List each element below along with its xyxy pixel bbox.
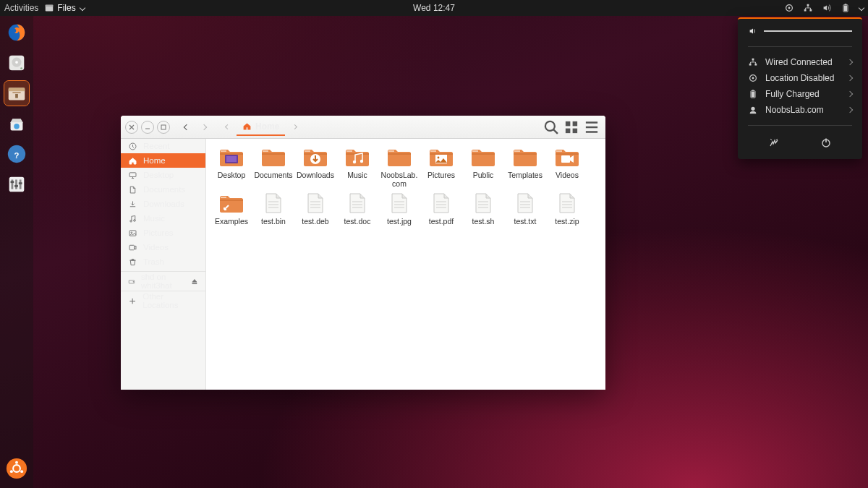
doc-icon [128,185,137,194]
show-applications-button[interactable] [4,456,29,481]
eject-icon[interactable] [191,277,198,286]
power-button[interactable] [818,134,834,150]
svg-point-47 [545,121,555,130]
file-label: Videos [556,171,579,179]
file-label: Documents [254,171,292,179]
file-icon [427,191,456,215]
sidebar-item-trash[interactable]: Trash [121,254,205,269]
chevron-right-icon [847,59,853,65]
folder-icon [469,145,498,169]
svg-rect-6 [809,9,812,12]
file-item[interactable]: Pictures [420,145,462,188]
sidebar-item-home[interactable]: Home [121,153,205,168]
sidebar-item-pictures[interactable]: Pictures [121,226,205,240]
dock-files[interactable] [4,81,29,106]
volume-slider[interactable] [764,30,852,32]
file-item[interactable]: test.jpg [378,191,420,226]
file-icon [301,191,330,215]
separator [121,291,205,291]
search-button[interactable] [542,119,561,136]
drive-icon [128,277,135,286]
path-home-button[interactable]: Home [237,119,285,136]
sidebar-item-label: Videos [143,243,169,252]
dock-firefox[interactable] [4,20,29,45]
file-label: test.sh [472,217,495,226]
svg-rect-82 [556,150,562,152]
file-item[interactable]: Videos [546,145,588,188]
user-icon [748,105,758,115]
dock-disks[interactable] [4,51,29,75]
minimize-button[interactable] [141,121,154,134]
folder-icon [553,145,582,169]
sidebar-item-music[interactable]: Music [121,211,205,226]
back-button[interactable] [179,119,195,136]
file-item[interactable]: Music [336,145,378,188]
file-label: test.bin [261,217,286,226]
file-item[interactable]: Examples [210,191,252,226]
folder-icon [343,145,372,169]
sidebar-item-label: Downloads [143,200,184,208]
system-menu-label: Wired Connected [765,57,841,67]
svg-rect-81 [514,150,520,152]
file-icon [553,191,582,215]
maximize-button[interactable] [157,121,170,134]
folder-icon [217,145,246,169]
path-prev-button[interactable] [219,119,235,136]
dock-help[interactable]: ? [4,142,29,166]
file-item[interactable]: Public [462,145,504,188]
svg-point-42 [751,107,754,111]
sidebar-item-label: Home [143,156,166,165]
file-item[interactable]: NoobsLab.com [378,145,420,188]
volume-slider-row [738,26,862,39]
volume-icon [822,3,832,13]
sidebar-item-videos[interactable]: Videos [121,240,205,254]
system-menu-location[interactable]: Location Disabled [738,70,862,86]
file-item[interactable]: test.zip [546,191,588,226]
files-content[interactable]: DesktopDocumentsDownloadsMusicNoobsLab.c… [206,139,605,390]
file-label: Public [473,171,494,179]
system-menu-battery[interactable]: Fully Charged [738,86,862,102]
svg-point-3 [788,7,791,9]
svg-point-79 [438,157,440,159]
folder-icon [301,145,330,169]
dock-software[interactable] [4,111,29,136]
file-item[interactable]: test.bin [252,191,294,226]
clock[interactable]: Wed 12:47 [413,3,455,13]
file-item[interactable]: test.txt [504,191,546,226]
dock-tweaks[interactable] [4,172,29,197]
svg-line-48 [553,129,558,134]
file-item[interactable]: test.sh [462,191,504,226]
file-label: test.deb [302,217,328,226]
sidebar-item-desktop[interactable]: Desktop [121,168,205,182]
file-item[interactable]: test.deb [294,191,336,226]
sidebar-item-downloads[interactable]: Downloads [121,197,205,211]
system-menu-label: Fully Charged [765,89,841,99]
sidebar-other-locations[interactable]: Other Locations [121,294,205,308]
app-menu[interactable]: Files [44,3,84,13]
file-item[interactable]: test.pdf [420,191,462,226]
plus-icon [128,296,137,306]
sidebar-item-documents[interactable]: Documents [121,182,205,197]
file-item[interactable]: Templates [504,145,546,188]
svg-rect-80 [472,150,478,152]
forward-button[interactable] [196,119,212,136]
svg-rect-5 [804,9,807,12]
system-menu-network[interactable]: Wired Connected [738,54,862,70]
hamburger-menu-button[interactable] [582,119,601,136]
file-item[interactable]: test.doc [336,191,378,226]
file-item[interactable]: Documents [252,145,294,188]
status-area[interactable] [784,3,864,13]
activities-button[interactable]: Activities [4,3,38,13]
file-item[interactable]: Desktop [210,145,252,188]
settings-button[interactable] [766,134,782,150]
path-next-button[interactable] [286,119,302,136]
sidebar-item-recent[interactable]: Recent [121,139,205,153]
file-item[interactable]: Downloads [294,145,336,188]
svg-point-19 [14,124,20,129]
svg-rect-1 [46,5,54,7]
view-options-button[interactable] [562,119,581,136]
close-button[interactable] [125,121,138,134]
sidebar-mount[interactable]: shd on whit3hat [121,274,205,288]
system-menu-user[interactable]: NoobsLab.com [738,102,862,118]
separator [748,125,852,126]
